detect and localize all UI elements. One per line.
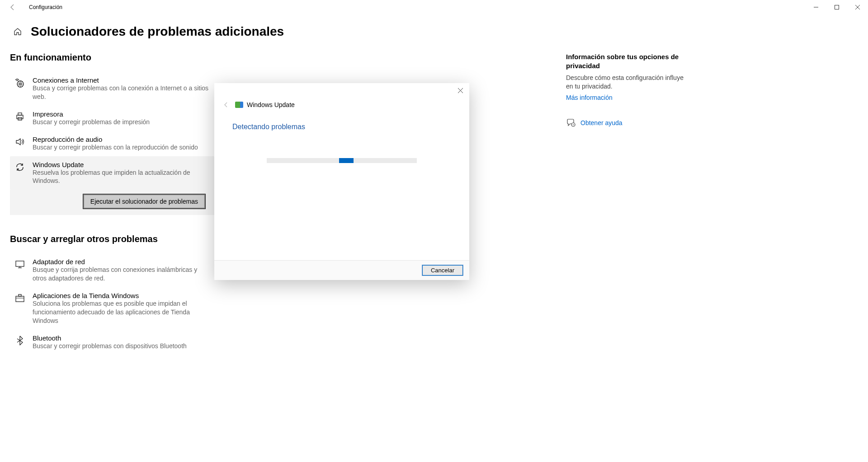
svg-rect-3: [17, 115, 23, 119]
troubleshooter-title: Adaptador de red: [33, 258, 209, 266]
troubleshooter-desc: Busque y corrija problemas con conexione…: [33, 266, 209, 283]
page-title: Solucionadores de problemas adicionales: [31, 24, 284, 39]
troubleshooter-desc: Buscar y corregir problemas con disposit…: [33, 342, 187, 350]
bluetooth-icon: [13, 334, 27, 350]
troubleshooter-desc: Busca y corrige problemas con la conexió…: [33, 84, 209, 101]
svg-rect-9: [16, 296, 24, 302]
run-troubleshooter-button[interactable]: Ejecutar el solucionador de problemas: [83, 194, 205, 209]
troubleshooter-store-apps[interactable]: Aplicaciones de la Tienda Windows Soluci…: [10, 287, 214, 330]
speaker-icon: [13, 135, 27, 152]
more-info-link[interactable]: Más información: [566, 94, 613, 101]
troubleshooter-title: Impresora: [33, 110, 150, 118]
globe-wifi-icon: [13, 76, 27, 101]
troubleshooter-desc: Buscar y corregir problemas con la repro…: [33, 143, 198, 152]
progress-bar: [267, 158, 417, 163]
back-button[interactable]: [5, 0, 20, 14]
window-title: Configuración: [29, 4, 62, 10]
svg-rect-1: [835, 5, 839, 9]
close-button[interactable]: [847, 0, 868, 14]
troubleshooter-dialog: Windows Update Detectando problemas Canc…: [214, 83, 469, 280]
home-icon[interactable]: [13, 27, 23, 37]
progress-chunk: [339, 158, 354, 163]
refresh-icon: [13, 161, 27, 190]
troubleshooter-internet[interactable]: Conexiones a Internet Busca y corrige pr…: [10, 72, 214, 106]
run-button-row: Ejecutar el solucionador de problemas: [10, 190, 214, 215]
troubleshooter-title: Bluetooth: [33, 334, 187, 342]
store-icon: [13, 292, 27, 325]
troubleshooter-desc: Soluciona los problemas que es posible q…: [33, 299, 209, 325]
minimize-button[interactable]: [806, 0, 826, 14]
troubleshooter-title: Conexiones a Internet: [33, 76, 209, 84]
troubleshooter-desc: Resuelva los problemas que impiden la ac…: [33, 168, 209, 186]
page-header: Solucionadores de problemas adicionales: [0, 14, 868, 39]
dialog-cancel-button[interactable]: Cancelar: [422, 265, 463, 275]
privacy-desc: Descubre cómo esta configuración influye…: [566, 74, 684, 91]
dialog-close-button[interactable]: [451, 83, 469, 98]
windows-update-icon: [235, 102, 243, 108]
get-help-link[interactable]: Obtener ayuda: [580, 119, 623, 126]
monitor-icon: [13, 258, 27, 283]
troubleshooter-title: Aplicaciones de la Tienda Windows: [33, 292, 209, 299]
troubleshooter-windows-update[interactable]: Windows Update Resuelva los problemas qu…: [10, 156, 214, 190]
troubleshooter-desc: Buscar y corregir problemas de impresión: [33, 118, 150, 126]
svg-rect-6: [16, 261, 24, 266]
troubleshooter-bluetooth[interactable]: Bluetooth Buscar y corregir problemas co…: [10, 330, 214, 355]
troubleshooter-audio[interactable]: Reproducción de audio Buscar y corregir …: [10, 131, 214, 156]
troubleshooter-network-adapter[interactable]: Adaptador de red Busque y corrija proble…: [10, 253, 214, 287]
info-sidebar: Información sobre tus opciones de privac…: [566, 52, 684, 355]
section-running-title: En funcionamiento: [10, 52, 543, 63]
svg-rect-10: [19, 294, 21, 296]
troubleshooter-title: Reproducción de audio: [33, 135, 198, 143]
dialog-title: Detectando problemas: [232, 123, 451, 131]
dialog-app-name: Windows Update: [247, 101, 295, 108]
troubleshooter-title: Windows Update: [33, 161, 209, 168]
troubleshooter-printer[interactable]: Impresora Buscar y corregir problemas de…: [10, 106, 214, 131]
title-bar: Configuración: [0, 0, 868, 14]
privacy-title: Información sobre tus opciones de privac…: [566, 52, 684, 70]
dialog-back-button[interactable]: [221, 99, 231, 110]
help-icon: ?: [566, 118, 576, 128]
printer-icon: [13, 110, 27, 126]
maximize-button[interactable]: [826, 0, 847, 14]
svg-rect-4: [18, 113, 22, 115]
